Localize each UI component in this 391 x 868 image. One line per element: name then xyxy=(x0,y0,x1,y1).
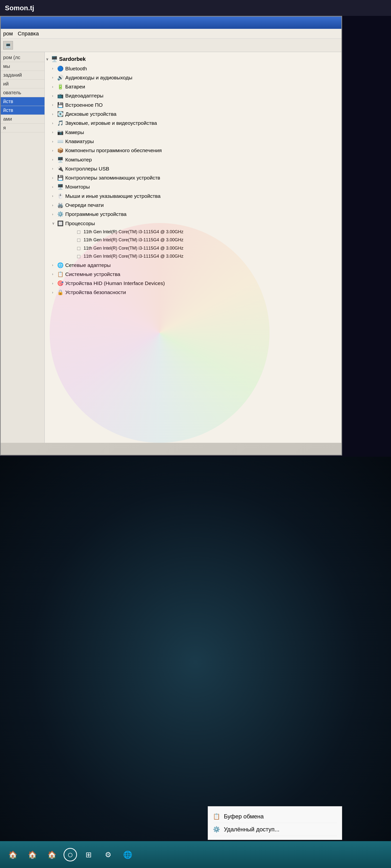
cameras-icon: 📷 xyxy=(57,129,64,135)
cpu3-icon: □ xyxy=(75,245,82,251)
popup-clipboard[interactable]: 📋 Буфер обмена xyxy=(213,810,337,823)
battery-label: Батареи xyxy=(65,83,85,90)
root-arrow: ∨ xyxy=(46,57,51,61)
security-arrow: › xyxy=(52,290,57,294)
taskbar-search[interactable]: ○ xyxy=(63,848,77,861)
popup-accessibility[interactable]: ⚙️ Удалённый доступ... xyxy=(213,823,337,836)
sidebar-item-9[interactable]: я xyxy=(1,124,44,132)
popup-menu: 📋 Буфер обмена ⚙️ Удалённый доступ... xyxy=(208,806,342,840)
tree-item-disk[interactable]: › 💽 Дисковые устройства xyxy=(46,110,340,119)
usb-label: Контроллеры USB xyxy=(65,165,109,172)
keyboards-label: Клавиатуры xyxy=(65,138,94,145)
sidebar-item-7[interactable]: йств xyxy=(1,106,44,115)
taskbar-browser[interactable]: 🌐 xyxy=(120,847,136,863)
sidebar-item-1[interactable]: ром (лс xyxy=(1,53,44,62)
tree-item-software2[interactable]: › ⚙️ Программные устройства xyxy=(46,210,340,219)
title-bar xyxy=(1,17,341,29)
rainbow-decoration xyxy=(50,223,270,443)
tree-item-computer[interactable]: › 🖥️ Компьютер xyxy=(46,155,340,164)
sidebar-item-4[interactable]: ий xyxy=(1,80,44,88)
bluetooth-label: Bluetooth xyxy=(65,65,87,72)
taskbar-home1[interactable]: 🏠 xyxy=(5,847,21,863)
root-computer-icon: 🖥️ xyxy=(51,56,58,62)
firmware-icon: 💾 xyxy=(57,102,64,107)
toolbar-computer-icon[interactable]: 💻 xyxy=(3,41,13,50)
software-label: Компоненты программного обеспечения xyxy=(65,147,162,154)
clipboard-icon: 📋 xyxy=(213,813,220,820)
usb-icon: 🔌 xyxy=(57,166,64,172)
tree-item-storage[interactable]: › 💾 Контроллеры запоминающих устройств xyxy=(46,173,340,182)
main-content: ром (лс мы заданий ий ователь йств йств … xyxy=(1,52,341,443)
audio-arrow: › xyxy=(52,75,57,80)
battery-icon: 🔋 xyxy=(57,84,64,89)
cameras-label: Камеры xyxy=(65,129,84,135)
menu-item-rom[interactable]: ром xyxy=(3,31,13,37)
somon-logo: Somon.tj xyxy=(5,4,34,12)
taskbar: 🏠 🏠 🏠 ○ ⊞ ⚙ 🌐 xyxy=(0,841,391,868)
taskbar-home3[interactable]: 🏠 xyxy=(44,847,60,863)
hid-arrow: › xyxy=(52,281,57,285)
cpu2-icon: □ xyxy=(75,238,82,243)
system-icon: 📋 xyxy=(57,271,64,277)
tree-item-keyboards[interactable]: › ⌨️ Клавиатуры xyxy=(46,137,340,146)
taskbar-settings[interactable]: ⚙ xyxy=(100,847,116,863)
toolbar: 💻 xyxy=(1,39,341,52)
monitors-icon: 🖥️ xyxy=(57,184,64,189)
usb-arrow: › xyxy=(52,166,57,171)
sidebar-item-6[interactable]: йств xyxy=(1,97,44,106)
tree-item-monitors[interactable]: › 🖥️ Мониторы xyxy=(46,182,340,191)
monitors-arrow: › xyxy=(52,185,57,189)
software-arrow: › xyxy=(52,148,57,153)
bluetooth-icon: 🔵 xyxy=(57,66,64,71)
tree-root[interactable]: ∨ 🖥️ Sardorbek xyxy=(46,55,340,64)
device-tree: ∨ 🖥️ Sardorbek › 🔵 Bluetooth › 🔊 Аудиовх… xyxy=(45,52,341,443)
software-icon: 📦 xyxy=(57,148,64,153)
accessibility-label: Удалённый доступ... xyxy=(224,826,279,833)
storage-arrow: › xyxy=(52,176,57,180)
battery-arrow: › xyxy=(52,85,57,89)
taskbar-home2[interactable]: 🏠 xyxy=(24,847,40,863)
audio-icon: 🔊 xyxy=(57,75,64,80)
tree-item-video[interactable]: › 📺 Видеоадаптеры xyxy=(46,91,340,100)
print-icon: 🖨️ xyxy=(57,203,64,208)
computer-arrow: › xyxy=(52,157,57,162)
sidebar-item-5[interactable]: ователь xyxy=(1,88,44,97)
processors-icon: 🔲 xyxy=(57,221,64,226)
tree-item-processors[interactable]: ∨ 🔲 Процессоры xyxy=(46,219,340,228)
sidebar-item-2[interactable]: мы xyxy=(1,62,44,71)
keyboards-arrow: › xyxy=(52,139,57,144)
sidebar-item-8[interactable]: ами xyxy=(1,115,44,124)
tree-item-bluetooth[interactable]: › 🔵 Bluetooth xyxy=(46,64,340,73)
disk-arrow: › xyxy=(52,112,57,116)
tree-item-firmware[interactable]: › 💾 Встроенное ПО xyxy=(46,100,340,110)
tree-item-sound[interactable]: › 🎵 Звуковые, игровые и видеоустройства xyxy=(46,119,340,127)
tree-item-usb[interactable]: › 🔌 Контроллеры USB xyxy=(46,164,340,173)
tree-item-audio[interactable]: › 🔊 Аудиовходы и аудиовыходы xyxy=(46,73,340,82)
storage-label: Контроллеры запоминающих устройств xyxy=(65,175,160,181)
screen-container: Somon.tj ром Справка 💻 ром (лс мы задани… xyxy=(0,0,391,868)
mice-label: Мыши и иные указывающие устройства xyxy=(65,193,160,199)
network-icon: 🌐 xyxy=(57,262,64,268)
sound-arrow: › xyxy=(52,121,57,125)
sidebar-item-3[interactable]: заданий xyxy=(1,71,44,80)
processors-arrow: ∨ xyxy=(52,221,57,225)
root-label: Sardorbek xyxy=(59,56,86,63)
taskbar-taskview[interactable]: ⊞ xyxy=(81,847,96,863)
tree-item-software[interactable]: › 📦 Компоненты программного обеспечения xyxy=(46,146,340,155)
tree-item-print[interactable]: › 🖨️ Очереди печати xyxy=(46,200,340,210)
menu-item-help[interactable]: Справка xyxy=(18,31,39,37)
mice-icon: 🖱️ xyxy=(57,193,64,198)
system-arrow: › xyxy=(52,272,57,276)
disk-icon: 💽 xyxy=(57,112,64,117)
tree-item-battery[interactable]: › 🔋 Батареи xyxy=(46,82,340,91)
mice-arrow: › xyxy=(52,194,57,198)
tree-item-mice[interactable]: › 🖱️ Мыши и иные указывающие устройства xyxy=(46,191,340,200)
video-label: Видеоадаптеры xyxy=(65,92,103,99)
keyboards-icon: ⌨️ xyxy=(57,139,64,144)
tree-item-cameras[interactable]: › 📷 Камеры xyxy=(46,128,340,137)
storage-icon: 💾 xyxy=(57,175,64,181)
computer-icon: 🖥️ xyxy=(57,157,64,162)
audio-label: Аудиовходы и аудиовыходы xyxy=(65,74,132,81)
accessibility-icon: ⚙️ xyxy=(213,826,220,833)
monitors-label: Мониторы xyxy=(65,183,90,190)
